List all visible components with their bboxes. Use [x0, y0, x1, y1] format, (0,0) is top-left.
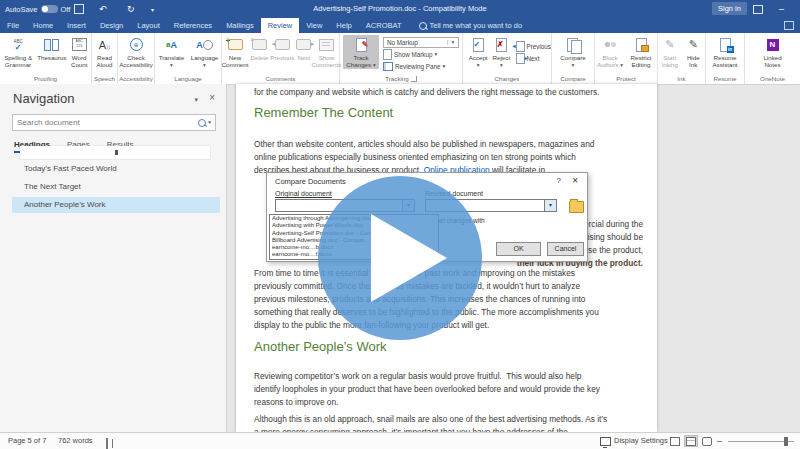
ribbon-group-onenote: N Linked Notes OneNote: [745, 33, 800, 84]
minimize-button[interactable]: –: [779, 0, 784, 18]
dropdown-icon: ▾: [477, 62, 480, 68]
search-box: ▾: [12, 114, 216, 131]
tell-me-box[interactable]: Tell me what you want to do: [419, 18, 523, 33]
compare-button[interactable]: Compare▾: [557, 35, 589, 69]
track-changes-button[interactable]: ✎ Track Changes ▾: [343, 35, 379, 69]
cancel-button[interactable]: Cancel: [547, 242, 584, 256]
tracking-dialog-launcher-icon[interactable]: [411, 76, 417, 82]
thesaurus-button[interactable]: Thesaurus: [36, 35, 67, 62]
spelling-grammar-button[interactable]: ABC✓ Spelling & Grammar: [0, 35, 36, 69]
zoom-out-button[interactable]: –: [717, 433, 722, 449]
translate-button[interactable]: aA Translate▾: [155, 35, 188, 69]
reviewing-pane-button[interactable]: Reviewing Pane ▾: [383, 61, 459, 72]
word-count-indicator[interactable]: 762 words: [58, 433, 93, 449]
previous-change-icon: ◂: [516, 41, 525, 52]
display-settings-button[interactable]: Display Settings: [600, 433, 668, 449]
new-comment-icon: +: [228, 36, 243, 53]
tab-home[interactable]: Home: [26, 18, 60, 33]
share-icon: [784, 21, 794, 30]
print-layout-button[interactable]: [684, 435, 698, 447]
start-inking-icon: ✎: [665, 36, 674, 53]
word-count-icon: ABC123: [72, 36, 87, 53]
show-comments-button[interactable]: Show Comments: [312, 35, 340, 69]
accept-button[interactable]: ✓ Accept▾: [466, 35, 490, 69]
hide-ink-button[interactable]: ✎ Hide Ink: [682, 35, 706, 69]
next-change-button[interactable]: ▸ Next: [516, 53, 552, 64]
search-input[interactable]: [13, 117, 198, 128]
nav-heading-item[interactable]: The Next Target: [12, 179, 220, 195]
sign-in-button[interactable]: Sign in: [712, 2, 747, 15]
web-layout-icon: [702, 437, 712, 446]
ribbon-group-speech: A)) Read Aloud Speech: [92, 33, 118, 84]
next-comment-button[interactable]: ▸ Next: [295, 35, 312, 62]
share-button[interactable]: [784, 18, 794, 33]
resume-assistant-button[interactable]: in Resume Assistant: [706, 35, 744, 69]
linked-notes-icon: N: [767, 36, 779, 53]
new-comment-button[interactable]: + New Comment: [221, 35, 250, 69]
previous-comment-icon: ◂: [275, 36, 290, 53]
word-count-button[interactable]: ABC123 Word Count: [67, 35, 91, 69]
doc-heading-another-peoples-work: Another People’s Work: [254, 339, 386, 354]
dropdown-icon: ▾: [500, 62, 503, 68]
nav-heading-item[interactable]: Today’s Fast Paced World: [12, 161, 220, 177]
language-button[interactable]: A Language▾: [188, 35, 221, 69]
video-play-button[interactable]: [318, 176, 482, 340]
restrict-editing-button[interactable]: Restrict Editing: [625, 35, 657, 69]
dialog-close-button[interactable]: ×: [572, 175, 578, 186]
reject-button[interactable]: ✗ Reject▾: [490, 35, 512, 69]
check-accessibility-button[interactable]: ⊕ Check Accessibility: [118, 35, 154, 69]
print-layout-icon: [686, 437, 696, 446]
proofing-status-icon[interactable]: [106, 436, 108, 449]
ribbon: ABC✓ Spelling & Grammar Thesaurus ABC123…: [0, 33, 800, 85]
ribbon-tabs: File Home Insert Design Layout Reference…: [0, 18, 800, 33]
block-authors-button[interactable]: Block Authors ▾: [595, 35, 625, 69]
play-icon: [371, 214, 447, 302]
previous-comment-button[interactable]: ◂ Previous: [269, 35, 295, 62]
start-inking-button[interactable]: ✎ Start Inking: [658, 35, 682, 69]
doc-line: Other than website content, articles sho…: [254, 138, 594, 151]
reviewing-pane-icon: [383, 62, 393, 71]
tab-help[interactable]: Help: [329, 18, 358, 33]
read-aloud-button[interactable]: A)) Read Aloud: [92, 35, 117, 69]
page-number-indicator[interactable]: Page 5 of 7: [8, 433, 46, 449]
chevron-down-icon: ▾: [435, 52, 438, 57]
tab-view[interactable]: View: [299, 18, 329, 33]
ribbon-group-proofing: ABC✓ Spelling & Grammar Thesaurus ABC123…: [0, 33, 92, 84]
spelling-grammar-icon: ABC✓: [13, 36, 22, 53]
dropdown-icon: ▾: [203, 62, 206, 68]
delete-comment-button[interactable]: × Delete: [249, 35, 269, 62]
search-dropdown-icon[interactable]: ▾: [208, 120, 211, 125]
ribbon-display-options-button[interactable]: [753, 0, 763, 18]
previous-change-button[interactable]: ◂ Previous: [516, 41, 552, 52]
read-mode-icon: [670, 437, 680, 446]
tab-file[interactable]: File: [0, 18, 26, 33]
display-for-review-combobox[interactable]: No Markup ▾: [383, 37, 459, 48]
search-icon: [198, 119, 206, 127]
tab-layout[interactable]: Layout: [130, 18, 167, 33]
dialog-help-button[interactable]: ?: [557, 176, 561, 185]
tab-references[interactable]: References: [167, 18, 219, 33]
nav-heading-item-selected[interactable]: Another People’s Work: [12, 197, 220, 213]
tab-mailings[interactable]: Mailings: [219, 18, 261, 33]
chevron-down-icon: ▾: [447, 40, 458, 45]
show-markup-button[interactable]: Show Markup ▾: [383, 49, 459, 60]
doc-heading-remember-the-content: Remember The Content: [254, 105, 393, 120]
tab-insert[interactable]: Insert: [60, 18, 93, 33]
check-accessibility-icon: ⊕: [130, 36, 143, 53]
tab-review[interactable]: Review: [261, 18, 300, 33]
word-window: AutoSave Off ↶ ↻ ▾ Advertising-Self Prom…: [0, 0, 800, 449]
language-icon: A: [196, 36, 213, 53]
navigation-options-button[interactable]: ▾: [194, 96, 198, 104]
read-mode-button[interactable]: [668, 435, 682, 447]
web-layout-button[interactable]: [700, 435, 714, 447]
navigation-close-button[interactable]: ×: [209, 92, 215, 103]
tab-design[interactable]: Design: [93, 18, 130, 33]
document-title: Advertising-Self Promotion.doc - Compati…: [0, 0, 800, 18]
ok-button[interactable]: OK: [496, 242, 541, 256]
heading-edit-box[interactable]: [20, 146, 210, 159]
tab-acrobat[interactable]: ACROBAT: [359, 18, 409, 33]
linked-notes-button[interactable]: N Linked Notes: [758, 35, 788, 69]
browse-folder-icon[interactable]: [569, 201, 584, 213]
zoom-slider-handle[interactable]: [784, 437, 788, 446]
ribbon-group-compare: Compare▾ Compare: [552, 33, 595, 84]
